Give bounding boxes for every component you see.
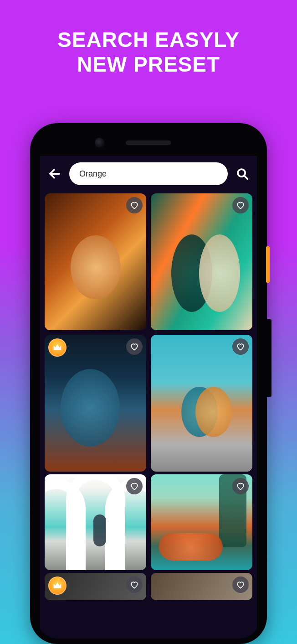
preset-card[interactable]: [151, 573, 252, 600]
heart-icon: [236, 342, 245, 351]
heart-icon: [130, 482, 139, 491]
preset-grid-partial: [40, 570, 257, 600]
preset-thumbnail: [151, 193, 252, 330]
heart-icon: [236, 201, 245, 210]
back-button[interactable]: [46, 166, 63, 182]
preset-card[interactable]: [45, 193, 146, 330]
search-bar: Orange: [40, 156, 257, 191]
crown-icon: [52, 343, 62, 353]
back-arrow-icon: [48, 167, 61, 181]
phone-power-button: [266, 319, 271, 397]
favorite-button[interactable]: [232, 197, 249, 213]
heart-icon: [236, 580, 245, 589]
search-icon: [236, 167, 249, 181]
preset-thumbnail: [151, 335, 252, 472]
preset-card[interactable]: [45, 335, 146, 472]
favorite-button[interactable]: [232, 338, 249, 355]
preset-card[interactable]: [45, 474, 146, 570]
app-screen: Orange: [40, 156, 257, 639]
favorite-button[interactable]: [126, 197, 143, 213]
preset-card[interactable]: [45, 573, 146, 600]
preset-card[interactable]: [151, 474, 252, 570]
favorite-button[interactable]: [232, 478, 249, 494]
svg-line-2: [244, 176, 247, 179]
preset-card[interactable]: [151, 193, 252, 330]
phone-camera: [95, 138, 105, 148]
crown-icon: [52, 581, 62, 591]
phone-speaker: [126, 140, 171, 145]
search-input[interactable]: Orange: [69, 162, 228, 185]
favorite-button[interactable]: [126, 478, 143, 494]
favorite-button[interactable]: [126, 338, 143, 355]
premium-badge: [48, 576, 67, 595]
preset-grid-continued: [40, 472, 257, 570]
phone-mockup: Orange: [30, 123, 267, 644]
heart-icon: [130, 580, 139, 589]
promo-headline: SEARCH EASYLY NEW PRESET: [0, 27, 297, 77]
heart-icon: [236, 482, 245, 491]
preset-card[interactable]: [151, 335, 252, 472]
heart-icon: [130, 201, 139, 210]
favorite-button[interactable]: [232, 576, 249, 593]
phone-body: Orange: [36, 129, 261, 639]
preset-grid: [40, 191, 257, 472]
headline-line-2: NEW PRESET: [0, 52, 297, 77]
preset-thumbnail: [45, 193, 146, 330]
favorite-button[interactable]: [126, 576, 143, 593]
promo-background: SEARCH EASYLY NEW PRESET Orange: [0, 0, 297, 644]
premium-badge: [48, 338, 67, 357]
heart-icon: [130, 342, 139, 351]
search-button[interactable]: [234, 166, 251, 182]
search-input-value: Orange: [79, 169, 107, 179]
phone-volume-button: [266, 246, 270, 283]
headline-line-1: SEARCH EASYLY: [0, 27, 297, 52]
